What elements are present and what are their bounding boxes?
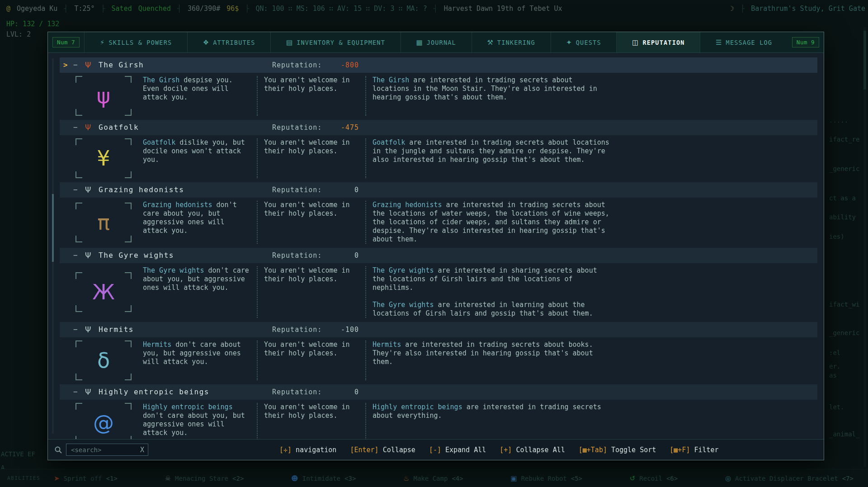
ability-name: Sprint [64,475,87,482]
faction-detail: ¥ Goatfolk dislike you, but docile ones … [60,135,817,181]
frame-corner-icon [125,272,132,279]
footer-hint: [✛]navigation [279,446,336,454]
numpad-hint-right: Num 9 [792,37,819,47]
list-scrollbar[interactable] [52,58,54,434]
faction-name-inline: Goatfolk [143,138,175,147]
ability-item-7[interactable]: ◎Activate Displacer Bracelet<7> [725,474,854,482]
ability-item-1[interactable]: ➤Sprintoff<1> [54,474,118,482]
reputation-label: Reputation: [272,120,322,135]
reputation-label: Reputation: [272,322,322,337]
tab-skills-powers[interactable]: ⚡SKILLS & POWERS [84,32,187,52]
faction-name-inline: Grazing hedonists [143,201,212,209]
ability-items: ➤Sprintoff<1>☠Menacing Stare<2>☻Intimida… [54,474,861,482]
collapse-toggle-icon[interactable]: − [73,120,78,135]
faction-seal-icon: Ψ [85,57,91,73]
collapse-toggle-icon[interactable]: − [73,248,78,263]
ability-hotkey: <1> [106,475,118,482]
faction-row-header[interactable]: − Ψ Hermits Reputation: -100 [60,322,817,337]
faction-row-header[interactable]: − Ψ Highly entropic beings Reputation: 0 [60,384,817,400]
search-input[interactable] [70,446,137,454]
faction-feeling-text: Grazing hedonists don't care about you, … [143,201,250,244]
frame-corner-icon [75,436,82,439]
location-name: Barathrum's Study, Grit Gate [751,5,865,13]
ability-item-5[interactable]: ▣Rebuke Robot<5> [510,474,582,482]
faction-interests-text: Grazing hedonists are interested in trad… [365,201,611,244]
frame-corner-icon [75,171,82,178]
ability-item-4[interactable]: ♨Make Camp<4> [403,474,463,482]
tab-reputation[interactable]: ◫REPUTATION [616,32,700,52]
frame-corner-icon [125,403,132,410]
ability-item-2[interactable]: ☠Menacing Stare<2> [165,474,244,482]
hud-separator: ┤ [434,5,438,13]
sprite-frame: δ [75,340,132,380]
tab-attributes[interactable]: ❖ATTRIBUTES [187,32,270,52]
tab-quests[interactable]: ✦QUESTS [551,32,617,52]
ability-item-3[interactable]: ☻Intimidate<3> [291,474,356,482]
collapse-toggle-icon[interactable]: − [73,57,78,73]
frame-corner-icon [75,138,82,145]
ability-name: Make Camp [414,475,448,482]
faction-sprite-icon: π [97,212,110,233]
ability-hotkey: <4> [452,475,463,482]
ability-name: Activate Displacer Bracelet [735,475,838,482]
intimidate-icon: ☻ [291,474,298,482]
hint-label: Collapse All [516,446,565,454]
ability-hotkey: <2> [232,475,244,482]
collapse-toggle-icon[interactable]: − [73,322,78,337]
reputation-value: 0 [321,182,359,198]
footer-hint: [-]Expand All [429,446,486,454]
reputation-label: Reputation: [272,248,322,263]
hint-key: [▦+F] [670,446,690,454]
faction-list-panel: > − Ψ The Girsh Reputation: -800 ψ The G… [48,53,824,439]
quests-icon: ✦ [566,38,572,47]
tab-inventory-equipment[interactable]: ▤INVENTORY & EQUIPMENT [270,32,401,52]
background-text-fragment: ifact_wi [829,301,859,308]
faction-name-inline: Highly entropic beings [373,403,462,411]
frame-corner-icon [125,436,132,439]
journal-icon: ▦ [416,38,422,47]
faction-sprite-tile: Ж [70,266,137,318]
hint-key: [▦+Tab] [579,446,607,454]
faction-detail: Ж The Gyre wights don't care about you, … [60,263,817,321]
ability-name: Menacing Stare [175,475,228,482]
sprite-frame: ¥ [75,138,132,178]
faction-seal-icon: Ψ [85,322,91,337]
frame-corner-icon [125,76,132,83]
carry-weight: 360/390# [188,5,220,13]
hud-separator: ├ [101,5,105,13]
tab-message-log[interactable]: ☰MESSAGE LOG [700,32,788,52]
tab-journal[interactable]: ▦JOURNAL [401,32,472,52]
ability-item-6[interactable]: ↺Recoil<6> [630,474,678,482]
faction-holy-places-text: You aren't welcome in their holy places. [257,340,359,380]
game-date: Harvest Dawn 19th of Tebet Ux [444,5,562,13]
faction-feeling-text: Goatfolk dislike you, but docile ones wo… [143,138,250,178]
faction-name-inline: Grazing hedonists [373,201,442,209]
hud-separator: ├ [741,5,745,13]
faction-row-header[interactable]: − Ψ Grazing hedonists Reputation: 0 [60,182,817,198]
faction-name: The Gyre wights [99,248,174,263]
frame-corner-icon [75,340,82,347]
hint-key: [Enter] [350,446,378,454]
faction-row-header[interactable]: − Ψ Goatfolk Reputation: -475 [60,120,817,135]
player-name: Ogeyeda Ku [17,5,57,13]
faction-row-header[interactable]: > − Ψ The Girsh Reputation: -800 [60,57,817,73]
collapse-toggle-icon[interactable]: − [73,384,78,400]
collapse-toggle-icon[interactable]: − [73,182,78,198]
search-clear-button[interactable]: X [140,446,144,454]
frame-corner-icon [75,76,82,83]
search-icon [54,446,62,454]
numpad-hint-left: Num 7 [52,37,80,47]
frame-corner-icon [125,203,132,209]
ability-name: Recoil [639,475,662,482]
faction-row-header[interactable]: − Ψ The Gyre wights Reputation: 0 [60,248,817,263]
hint-label: Filter [694,446,718,454]
hint-label: Expand All [445,446,486,454]
stats-readout: QN: 100 ∷ MS: 106 ∷ AV: 15 ∷ DV: 3 ∷ MA:… [255,5,427,13]
faction-sprite-icon: δ [97,350,110,371]
tab-tinkering[interactable]: ⚒TINKERING [472,32,551,52]
sprite-frame: Ж [75,272,132,312]
list-scrollbar-thumb[interactable] [52,194,54,262]
attributes-icon: ❖ [203,38,209,47]
faction-sprite-tile: π [70,201,137,244]
faction-name: Highly entropic beings [99,384,209,400]
